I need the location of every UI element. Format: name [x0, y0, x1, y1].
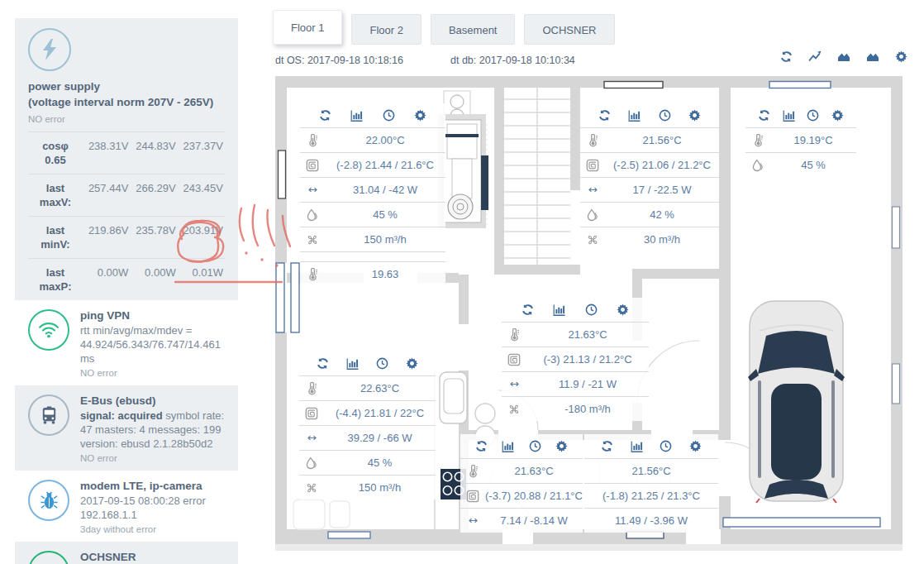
- fan-icon: [300, 233, 325, 246]
- sensor-row: 11.9 / -21 W: [502, 371, 649, 396]
- power-row-label: lastminV:: [28, 223, 83, 251]
- clock-icon[interactable]: [807, 109, 819, 122]
- sensor-row: 45 %: [299, 450, 436, 475]
- sensor-panel-b: 21.56°C(-2.5) 21.06 / 21.2°C17 / -22.5 W…: [580, 103, 719, 251]
- sensor-value: 42 %: [605, 208, 719, 221]
- power-exchange-icon: [460, 514, 485, 527]
- refresh-icon[interactable]: [475, 440, 488, 452]
- bar-chart-icon[interactable]: [631, 440, 643, 452]
- sensor-value: 22.63°C: [324, 382, 436, 394]
- panel-toolbar: [299, 351, 436, 375]
- sensor-row: 31.04 / -42 W: [300, 177, 445, 202]
- power-exchange-icon: [580, 184, 605, 196]
- bar-chart-icon[interactable]: [628, 109, 641, 122]
- thermometer-icon: [300, 268, 325, 281]
- gear-icon[interactable]: [406, 357, 418, 370]
- floor-tabs: Floor 1 Floor 2 Basement OCHSNER: [273, 10, 615, 45]
- sensor-value: 21.56°C: [584, 465, 718, 477]
- power-table-row: cosφ0.65 238.31V 244.83V 237.37V: [28, 131, 225, 174]
- gear-icon[interactable]: [689, 440, 702, 452]
- ochsner-card: OCHSNER last error: 2017-06-20 20:15:01 …: [15, 542, 238, 564]
- gear-icon[interactable]: [617, 304, 629, 316]
- sensor-value: 21.63°C: [485, 465, 583, 477]
- modem-status: 3day without error: [80, 524, 206, 534]
- clock-icon[interactable]: [585, 304, 598, 316]
- gear-icon[interactable]: [555, 440, 568, 452]
- area-chart-icon[interactable]: [837, 50, 850, 63]
- tab-ochsner[interactable]: OCHSNER: [524, 14, 614, 45]
- bar-chart-icon[interactable]: [553, 304, 565, 316]
- gear-icon[interactable]: [831, 109, 844, 122]
- power-value-1: 238.31V: [83, 139, 130, 153]
- sensor-row: 22.00°C: [300, 127, 445, 152]
- sensor-value: 150 m³/h: [325, 233, 445, 246]
- sensor-row: 21.56°C: [580, 127, 719, 152]
- power-row-label: lastmaxP:: [28, 265, 83, 294]
- sensor-row: (-1.8) 21.25 / 21.3°C: [584, 483, 718, 508]
- bar-chart-icon[interactable]: [346, 357, 359, 370]
- power-value-3: 0.01W: [178, 265, 225, 280]
- wifi-icon: [28, 309, 69, 351]
- sensor-row: 11.49 / -3.96 W: [584, 508, 718, 533]
- sensor-row: 21.56°C: [584, 458, 718, 483]
- tab-floor-1[interactable]: Floor 1: [273, 10, 342, 45]
- modem-title: modem LTE, ip-camera: [80, 478, 206, 494]
- bank-icon: [28, 551, 69, 564]
- sensor-value: 45 %: [770, 159, 856, 171]
- sensor-row: 45 %: [300, 202, 445, 227]
- clock-icon[interactable]: [660, 440, 672, 452]
- tab-floor-2[interactable]: Floor 2: [351, 14, 421, 45]
- clock-icon[interactable]: [529, 440, 541, 452]
- modem-line1: 2017-09-15 08:00:28 error: [80, 494, 206, 508]
- power-value-3: 237.37V: [178, 139, 225, 153]
- sensor-value: 7.14 / -8.14 W: [485, 514, 583, 527]
- refresh-icon[interactable]: [319, 109, 331, 122]
- refresh-icon[interactable]: [522, 304, 534, 316]
- power-value-3: 243.45V: [178, 181, 225, 195]
- sensor-row: 22.63°C: [299, 375, 436, 400]
- power-exchange-icon: [300, 184, 325, 196]
- bar-chart-icon[interactable]: [502, 440, 514, 452]
- bar-chart-icon[interactable]: [783, 109, 795, 122]
- thermometer-icon: [300, 134, 325, 147]
- gear-icon[interactable]: [688, 109, 701, 122]
- refresh-icon[interactable]: [601, 440, 613, 452]
- sensor-value: (-2.8) 21.44 / 21.6°C: [325, 159, 445, 171]
- sensor-value: 22.00°C: [325, 134, 445, 146]
- refresh-icon[interactable]: [758, 109, 770, 122]
- line-chart-icon[interactable]: [808, 50, 822, 63]
- bus-icon: [28, 394, 69, 436]
- sensor-value: 19.19°C: [770, 134, 856, 146]
- area-chart-icon[interactable]: [866, 50, 879, 63]
- clock-icon[interactable]: [376, 357, 388, 370]
- thermometer-icon: [502, 328, 526, 342]
- ping-status: NO error: [80, 368, 225, 378]
- panel-toolbar: [502, 298, 649, 322]
- power-value-3: 203.91V: [178, 223, 225, 237]
- panel-toolbar: [300, 103, 445, 127]
- sensor-panel-g: 21.56°C(-1.8) 21.25 / 21.3°C11.49 / -3.9…: [584, 434, 718, 533]
- lightning-icon: [28, 28, 71, 71]
- power-supply-title: power supply (voltage interval norm 207V…: [28, 79, 225, 110]
- refresh-icon[interactable]: [598, 109, 611, 122]
- sensor-value: 21.56°C: [605, 134, 719, 146]
- bar-chart-icon[interactable]: [350, 109, 363, 122]
- gear-icon[interactable]: [895, 50, 907, 63]
- panel-toolbar: [584, 434, 718, 458]
- car-top-view: [748, 301, 845, 503]
- sensor-row: (-3.7) 20.88 / 21.1°C: [460, 483, 583, 508]
- clock-icon[interactable]: [659, 109, 671, 122]
- refresh-icon[interactable]: [317, 357, 329, 370]
- tab-basement[interactable]: Basement: [431, 14, 516, 45]
- refresh-icon[interactable]: [780, 50, 793, 63]
- ebus-title: E-Bus (ebusd): [80, 393, 225, 409]
- sensor-value: 19.63: [325, 268, 445, 280]
- ebus-card: E-Bus (ebusd) signal: acquired symbol ra…: [15, 385, 238, 471]
- sensor-value: (-3.7) 20.88 / 21.1°C: [485, 490, 583, 502]
- clock-icon[interactable]: [383, 109, 395, 122]
- power-value-2: 235.78V: [130, 223, 177, 237]
- sensor-value: (-1.8) 21.25 / 21.3°C: [584, 490, 718, 502]
- gear-icon[interactable]: [414, 109, 426, 122]
- sensor-value: 31.04 / -42 W: [325, 184, 445, 196]
- dt-db: dt db: 2017-09-18 10:10:34: [450, 55, 575, 66]
